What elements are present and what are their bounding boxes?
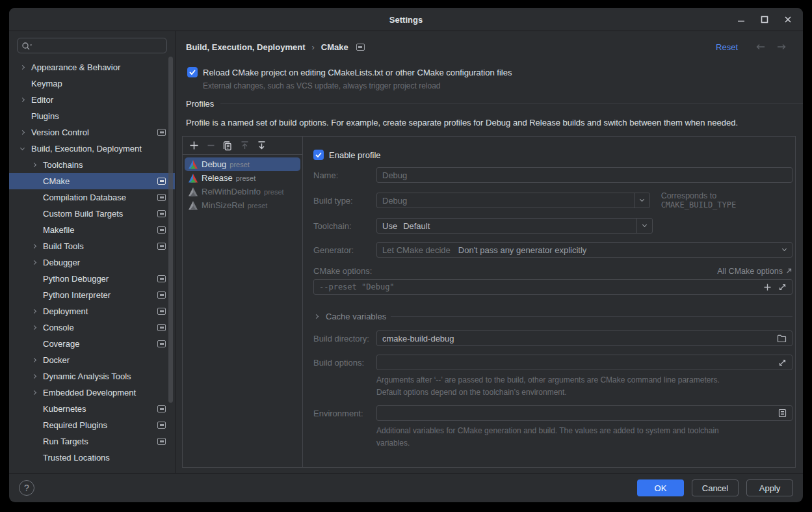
project-settings-icon xyxy=(356,44,365,51)
variables-list-icon[interactable] xyxy=(778,409,787,418)
move-down-button[interactable] xyxy=(256,141,267,151)
sidebar-item-cmake[interactable]: CMake xyxy=(9,173,175,189)
spacer xyxy=(31,291,43,300)
sidebar-item-python-debugger[interactable]: Python Debugger xyxy=(9,271,175,287)
sidebar-item-appearance-behavior[interactable]: Appearance & Behavior xyxy=(9,59,175,75)
chevron-right-icon xyxy=(31,258,43,267)
profile-list-toolbar xyxy=(183,137,302,155)
build-directory-field[interactable]: cmake-build-debug xyxy=(376,330,792,346)
sidebar-item-compilation-database[interactable]: Compilation Database xyxy=(9,189,175,206)
environment-field[interactable] xyxy=(376,405,792,421)
sidebar-item-editor[interactable]: Editor xyxy=(9,92,175,108)
sidebar-item-trusted-locations[interactable]: Trusted Locations xyxy=(9,450,175,466)
copy-profile-button[interactable] xyxy=(222,141,233,151)
sidebar-scrollbar[interactable] xyxy=(168,57,173,403)
sidebar-item-kubernetes[interactable]: Kubernetes xyxy=(9,401,175,417)
toolchain-select[interactable]: Use Default xyxy=(376,218,653,234)
search-box[interactable] xyxy=(17,38,167,53)
project-settings-icon xyxy=(157,178,166,185)
sidebar-item-label: Toolchains xyxy=(43,160,83,170)
minimize-button[interactable] xyxy=(735,14,747,25)
apply-button[interactable]: Apply xyxy=(746,479,793,496)
profile-item-minsizerel[interactable]: MinSizeRel preset xyxy=(185,198,300,212)
project-settings-icon xyxy=(157,194,166,201)
preset-badge: preset xyxy=(264,188,284,196)
build-options-field[interactable] xyxy=(376,355,792,370)
sidebar-item-keymap[interactable]: Keymap xyxy=(9,75,175,92)
project-settings-icon xyxy=(157,129,166,136)
spacer xyxy=(31,405,43,414)
profiles-section-title: Profiles xyxy=(186,99,214,109)
cmake-options-label: CMake options: xyxy=(313,266,372,276)
profile-item-debug[interactable]: Debug preset xyxy=(185,157,300,171)
sidebar-item-version-control[interactable]: Version Control xyxy=(9,124,175,141)
sidebar-item-toolchains[interactable]: Toolchains xyxy=(9,157,175,173)
spacer xyxy=(31,193,43,202)
add-profile-button[interactable] xyxy=(189,141,199,151)
profile-item-release[interactable]: Release preset xyxy=(185,171,300,185)
sidebar-item-required-plugins[interactable]: Required Plugins xyxy=(9,417,175,433)
search-input[interactable] xyxy=(33,41,163,51)
project-settings-icon xyxy=(157,291,166,299)
sidebar-item-custom-build-targets[interactable]: Custom Build Targets xyxy=(9,206,175,222)
title-bar: Settings xyxy=(9,8,803,31)
expand-icon[interactable] xyxy=(778,358,787,367)
build-type-select[interactable]: Debug xyxy=(376,193,650,208)
reload-cmake-checkbox[interactable] xyxy=(187,67,198,77)
move-up-button[interactable] xyxy=(239,141,250,151)
profile-item-relwithdebinfo[interactable]: RelWithDebInfo preset xyxy=(185,185,300,198)
sidebar-item-debugger[interactable]: Debugger xyxy=(9,254,175,271)
name-field[interactable]: Debug xyxy=(376,167,792,183)
maximize-button[interactable] xyxy=(759,14,770,25)
chevron-right-icon xyxy=(31,307,43,316)
sidebar-item-label: Editor xyxy=(31,95,53,105)
sidebar-item-embedded-development[interactable]: Embedded Development xyxy=(9,384,175,401)
remove-profile-button[interactable] xyxy=(205,141,216,151)
sidebar-item-python-interpreter[interactable]: Python Interpreter xyxy=(9,287,175,303)
name-label: Name: xyxy=(313,170,376,180)
cancel-button[interactable]: Cancel xyxy=(692,479,739,496)
sidebar-item-deployment[interactable]: Deployment xyxy=(9,303,175,319)
sidebar-item-run-targets[interactable]: Run Targets xyxy=(9,433,175,450)
build-type-value: Debug xyxy=(382,196,407,206)
sidebar-item-console[interactable]: Console xyxy=(9,319,175,336)
sidebar-item-build-execution-deployment[interactable]: Build, Execution, Deployment xyxy=(9,141,175,157)
sidebar-item-label: Compilation Database xyxy=(43,193,126,202)
cmake-options-field[interactable]: --preset "Debug" xyxy=(313,279,792,295)
profiles-description: Profile is a named set of build options.… xyxy=(186,118,803,128)
expand-icon[interactable] xyxy=(778,283,787,291)
sidebar-item-dynamic-analysis-tools[interactable]: Dynamic Analysis Tools xyxy=(9,368,175,384)
sidebar-item-label: Dynamic Analysis Tools xyxy=(43,371,131,381)
reset-link[interactable]: Reset xyxy=(716,42,738,52)
breadcrumb-separator: › xyxy=(311,42,314,52)
breadcrumb-parent[interactable]: Build, Execution, Deployment xyxy=(186,42,305,52)
add-icon[interactable] xyxy=(763,283,772,291)
enable-profile-checkbox[interactable] xyxy=(313,150,324,160)
profile-name: MinSizeRel xyxy=(202,200,244,210)
project-settings-icon xyxy=(157,324,166,331)
sidebar-item-label: Build, Execution, Deployment xyxy=(31,144,142,154)
chevron-right-icon xyxy=(31,372,43,381)
cache-variables-toggle[interactable]: Cache variables xyxy=(313,312,792,321)
sidebar-item-coverage[interactable]: Coverage xyxy=(9,336,175,352)
ok-button[interactable]: OK xyxy=(637,479,684,496)
external-link-icon xyxy=(785,267,792,275)
forward-arrow-icon[interactable] xyxy=(776,43,787,51)
cache-variables-label: Cache variables xyxy=(326,312,386,321)
spacer xyxy=(20,112,31,121)
cmake-icon xyxy=(188,173,198,183)
folder-icon[interactable] xyxy=(777,334,787,343)
help-button[interactable]: ? xyxy=(19,480,34,496)
back-arrow-icon[interactable] xyxy=(755,43,766,51)
toolchain-label: Toolchain: xyxy=(313,221,376,231)
generator-select[interactable]: Let CMake decide Don't pass any generato… xyxy=(376,242,792,258)
sidebar-item-makefile[interactable]: Makefile xyxy=(9,222,175,238)
build-type-label: Build type: xyxy=(313,196,376,206)
all-cmake-options-link[interactable]: All CMake options xyxy=(717,267,792,276)
sidebar-item-docker[interactable]: Docker xyxy=(9,352,175,368)
sidebar-item-build-tools[interactable]: Build Tools xyxy=(9,238,175,254)
cmake-settings-page: Build, Execution, Deployment › CMake Res… xyxy=(176,31,803,473)
sidebar-item-plugins[interactable]: Plugins xyxy=(9,108,175,124)
close-button[interactable] xyxy=(782,14,794,25)
spacer xyxy=(31,177,43,186)
